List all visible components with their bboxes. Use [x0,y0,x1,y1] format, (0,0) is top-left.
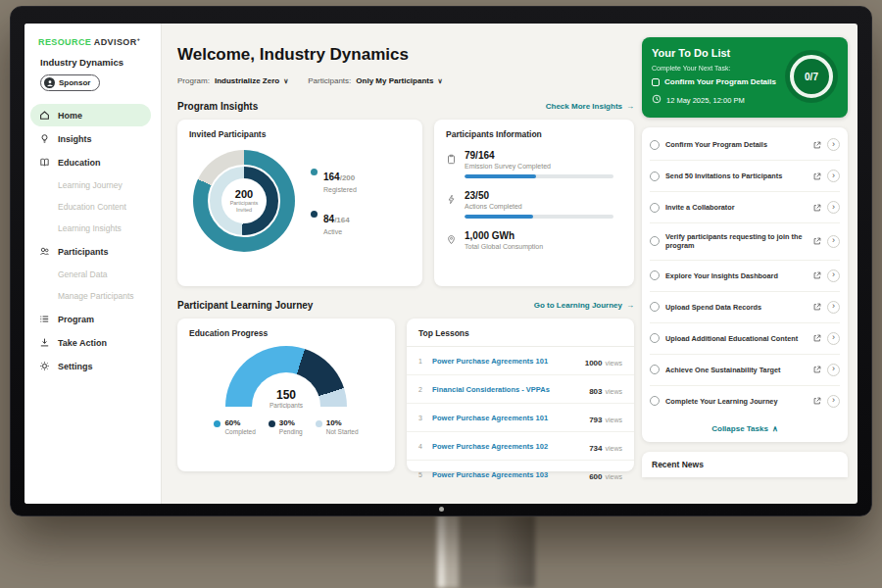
screen: RESOURCE ADVISOR+ Industry Dynamics Spon… [24,24,858,504]
task-checkbox[interactable] [650,302,660,312]
task-row-complete-learning-journey[interactable]: Complete Your Learning Journey › [650,386,840,416]
sidebar-item-program[interactable]: Program [30,308,151,330]
check-more-insights-link[interactable]: Check More Insights → [546,102,634,111]
sidebar-item-settings[interactable]: Settings [30,355,151,377]
legend-pending: 30%Pending [269,418,303,435]
filters-bar: Program: Industrialize Zero ∨ Participan… [177,76,634,85]
task-checkbox[interactable] [650,172,660,181]
lesson-row[interactable]: 5 Power Purchase Agreements 103 600views [407,461,634,488]
card-title: Invited Participants [177,120,422,139]
sidebar-item-label: Take Action [58,338,107,348]
task-row-achieve-target[interactable]: Achieve One Sustainability Target › [650,355,840,386]
navy-dot-icon [269,420,275,427]
task-checkbox[interactable] [650,270,660,280]
gear-icon [39,361,51,371]
task-checkbox[interactable] [650,333,660,343]
lesson-link[interactable]: Financial Considerations - VPPAs [432,385,581,394]
sidebar-item-label: Education [58,158,101,168]
clock-icon [652,94,662,106]
task-checkbox[interactable] [650,236,660,246]
sponsor-person-icon [44,77,55,88]
chevron-right-icon[interactable]: › [827,332,840,345]
card-title: Top Lessons [407,318,634,347]
task-row-upload-educational-content[interactable]: Upload Additional Educational Content › [650,323,840,355]
legend-not-started: 10%Not Started [316,418,359,435]
lesson-row[interactable]: 4 Power Purchase Agreements 102 734views [407,432,634,461]
task-row-explore-insights[interactable]: Explore Your Insights Dashboard › [650,261,840,292]
participants-filter-dropdown[interactable]: Only My Participants ∨ [356,76,442,85]
chevron-right-icon[interactable]: › [827,301,840,314]
chevron-right-icon[interactable]: › [827,364,840,376]
lesson-link[interactable]: Power Purchase Agreements 103 [432,470,581,479]
external-link-icon [813,334,821,342]
progress-bar [465,215,613,219]
chevron-right-icon[interactable]: › [827,270,840,282]
sponsor-label: Sponsor [59,78,90,87]
monitor-bezel: RESOURCE ADVISOR+ Industry Dynamics Spon… [10,6,872,516]
sidebar-item-learning-insights[interactable]: Learning Insights [24,218,161,239]
card-title: Participants Information [434,120,634,139]
recent-news-header[interactable]: Recent News [642,452,848,477]
book-icon [39,157,51,168]
sidebar-item-participants[interactable]: Participants [30,240,151,263]
lesson-link[interactable]: Power Purchase Agreements 101 [432,414,581,422]
task-checkbox[interactable] [650,203,660,213]
task-row-send-invitations[interactable]: Send 50 Invitations to Participants › [650,161,840,192]
sidebar-item-education-content[interactable]: Education Content [24,196,161,218]
location-pin-icon [446,231,457,250]
arrow-right-icon: → [626,102,634,111]
sidebar-item-general-data[interactable]: General Data [24,264,161,285]
pale-dot-icon [316,420,322,427]
external-link-icon [813,303,821,311]
gauge-center: 150 Participants [225,388,347,409]
invited-participants-card: Invited Participants 200 Participants In… [177,120,422,286]
home-icon [39,110,51,121]
task-row-invite-collaborator[interactable]: Invite a Collaborator › [650,192,840,223]
go-to-learning-journey-link[interactable]: Go to Learning Journey → [534,301,634,310]
sidebar-item-home[interactable]: Home [30,104,151,126]
sponsor-badge[interactable]: Sponsor [40,74,100,91]
arrow-right-icon: → [626,301,634,310]
chevron-down-icon: ∨ [437,77,442,84]
donut-center: 200 Participants Invited [221,178,267,223]
sidebar-item-label: Home [58,111,82,121]
chevron-right-icon[interactable]: › [827,138,840,151]
invited-donut-chart: 200 Participants Invited [193,150,295,252]
external-link-icon [813,204,821,212]
monitor-stand [437,514,535,588]
lesson-row[interactable]: 1 Power Purchase Agreements 101 1000view… [407,347,634,375]
collapse-tasks-link[interactable]: Collapse Tasks ∧ [650,416,840,440]
external-link-icon [813,141,821,149]
chevron-right-icon[interactable]: › [827,395,840,408]
lightning-icon [446,191,457,219]
external-link-icon [813,172,821,180]
task-checkbox[interactable] [650,396,660,406]
background-photo: RESOURCE ADVISOR+ Industry Dynamics Spon… [0,0,882,588]
chevron-right-icon[interactable]: › [827,235,840,248]
education-progress-card: Education Progress 150 Participants [177,318,395,471]
lesson-row[interactable]: 3 Power Purchase Agreements 101 793views [407,404,634,432]
chevron-right-icon[interactable]: › [827,201,840,214]
sidebar-item-education[interactable]: Education [30,151,151,173]
lesson-link[interactable]: Power Purchase Agreements 101 [432,357,577,366]
org-name: Industry Dynamics [24,47,161,68]
task-row-confirm-program[interactable]: Confirm Your Program Details › [650,129,840,161]
task-row-upload-spend-data[interactable]: Upload Spend Data Records › [650,292,840,323]
stat-global-consumption: 1,000 GWh Total Global Consumption [446,230,620,250]
checkbox-icon[interactable] [652,78,660,86]
lesson-row[interactable]: 2 Financial Considerations - VPPAs 803vi… [407,375,634,404]
download-arrow-icon [39,337,51,348]
task-checkbox[interactable] [650,140,660,150]
next-task[interactable]: Confirm Your Program Details [652,77,791,86]
page-title: Welcome, Industry Dynamics [177,45,634,65]
task-row-verify-participants[interactable]: Verify participants requesting to join t… [650,223,840,261]
lesson-link[interactable]: Power Purchase Agreements 102 [432,442,581,451]
chevron-right-icon[interactable]: › [827,170,840,182]
sidebar-item-manage-participants[interactable]: Manage Participants [24,285,161,307]
main-column: Welcome, Industry Dynamics Program: Indu… [162,24,644,504]
sidebar-item-insights[interactable]: Insights [30,127,151,150]
sidebar-item-take-action[interactable]: Take Action [30,331,151,354]
sidebar-item-learning-journey[interactable]: Learning Journey [24,174,161,196]
task-checkbox[interactable] [650,365,660,374]
program-filter-dropdown[interactable]: Industrialize Zero ∨ [215,76,288,85]
